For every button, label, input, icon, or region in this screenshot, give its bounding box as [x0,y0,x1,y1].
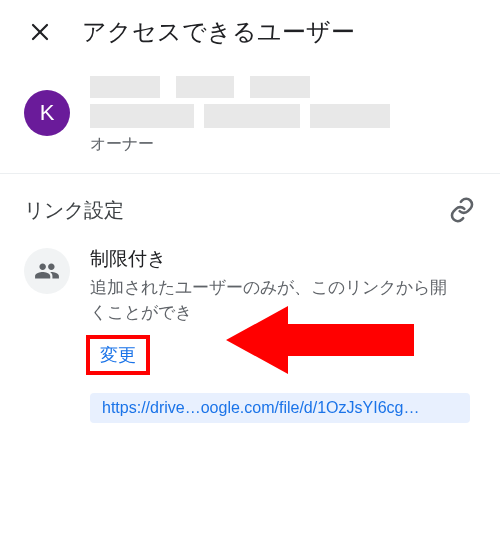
page-title: アクセスできるユーザー [82,16,355,48]
people-icon [24,248,70,294]
link-settings-title: リンク設定 [24,197,124,224]
owner-role-label: オーナー [90,134,476,155]
owner-row: K オーナー [0,64,500,173]
restricted-row: 制限付き 追加されたユーザーのみが、このリンクから開くことができ 変更 [0,228,500,375]
redacted-email [90,104,476,128]
link-icon[interactable] [448,196,476,224]
close-icon[interactable] [22,14,58,50]
change-button[interactable]: 変更 [86,335,150,375]
redacted-name [90,76,476,98]
restricted-title: 制限付き [90,246,476,272]
avatar: K [24,90,70,136]
link-settings-header: リンク設定 [0,174,500,228]
share-url[interactable]: https://drive…oogle.com/file/d/1OzJsYI6c… [90,393,470,423]
restricted-description: 追加されたユーザーのみが、このリンクから開くことができ [90,276,460,325]
dialog-header: アクセスできるユーザー [0,0,500,64]
